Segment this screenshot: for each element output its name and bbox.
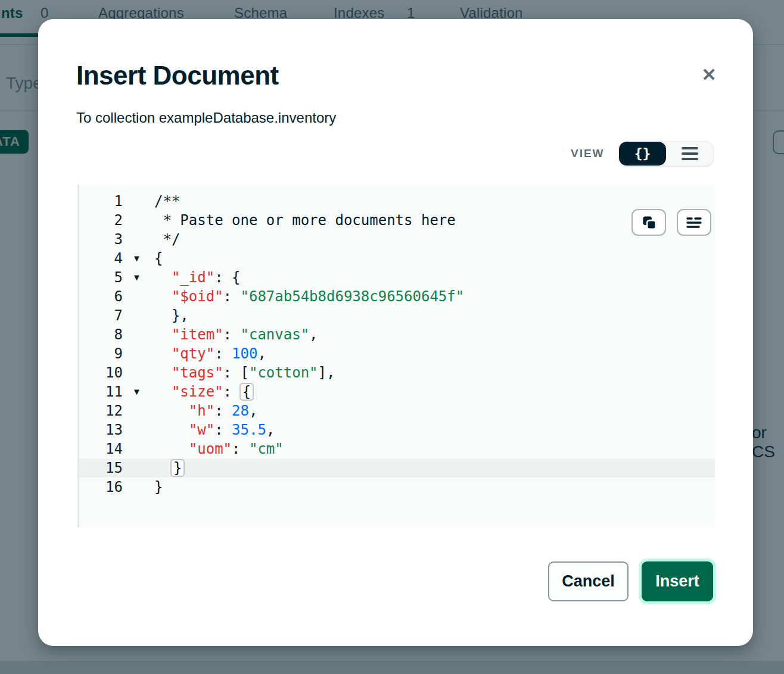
- fold-gutter: [123, 344, 154, 363]
- line-number: 3: [79, 230, 123, 249]
- view-label: VIEW: [571, 147, 605, 160]
- line-number: 8: [79, 325, 123, 344]
- screen: nts 0 Aggregations Schema Indexes 1 Vali…: [0, 0, 784, 674]
- cancel-button[interactable]: Cancel: [548, 561, 629, 601]
- line-number: 1: [79, 192, 123, 211]
- code-line[interactable]: 3 */: [79, 230, 715, 249]
- fold-gutter: [123, 211, 154, 230]
- fold-gutter: [123, 478, 154, 497]
- code-line[interactable]: 4▼{: [79, 249, 715, 268]
- close-icon[interactable]: ✕: [698, 64, 720, 86]
- fold-arrow-icon[interactable]: ▼: [123, 249, 154, 268]
- fold-gutter: [123, 306, 154, 325]
- list-view-icon: [682, 147, 698, 160]
- fold-arrow-icon[interactable]: ▼: [123, 268, 154, 287]
- format-code-icon: [686, 216, 702, 230]
- code-line[interactable]: 11▼ "size": {: [79, 382, 715, 401]
- fold-gutter: [123, 287, 154, 306]
- modal-subtitle: To collection exampleDatabase.inventory: [76, 110, 336, 126]
- code-line[interactable]: 15 }: [79, 458, 715, 478]
- format-button[interactable]: [677, 209, 711, 236]
- document-json-editor[interactable]: 1/**2 * Paste one or more documents here…: [77, 185, 715, 528]
- code-text: },: [154, 306, 189, 325]
- fold-gutter: [123, 401, 154, 420]
- code-line[interactable]: 9 "qty": 100,: [79, 344, 715, 363]
- line-number: 6: [79, 287, 123, 306]
- fold-gutter: [123, 458, 154, 478]
- json-view-button[interactable]: {}: [619, 142, 666, 166]
- line-number: 14: [79, 439, 123, 458]
- code-line[interactable]: 5▼ "_id": {: [79, 268, 715, 287]
- line-number: 5: [79, 268, 123, 287]
- fold-gutter: [123, 420, 154, 439]
- code-text: */: [154, 230, 180, 249]
- code-line[interactable]: 6 "$oid": "687ab54b8d6938c96560645f": [79, 287, 715, 306]
- code-text: {: [154, 249, 163, 268]
- line-number: 11: [79, 382, 123, 401]
- code-line[interactable]: 7 },: [79, 306, 715, 325]
- code-text: * Paste one or more documents here: [154, 211, 456, 230]
- code-text: /**: [154, 192, 180, 211]
- code-text: "qty": 100,: [154, 344, 266, 363]
- fold-gutter: [123, 363, 154, 382]
- line-number: 15: [79, 458, 123, 478]
- line-number: 4: [79, 249, 123, 268]
- code-line[interactable]: 10 "tags": ["cotton"],: [79, 363, 715, 382]
- code-line[interactable]: 13 "w": 35.5,: [79, 420, 715, 439]
- curly-braces-icon: {}: [634, 146, 651, 161]
- code-text: "$oid": "687ab54b8d6938c96560645f": [154, 287, 464, 306]
- code-text: "tags": ["cotton"],: [154, 363, 335, 382]
- view-toggle-row: VIEW {}: [38, 141, 753, 166]
- line-number: 9: [79, 344, 123, 363]
- fold-gutter: [123, 230, 154, 249]
- fold-gutter: [123, 192, 154, 211]
- code-text: "uom": "cm": [154, 439, 284, 458]
- code-text: }: [154, 478, 163, 497]
- copy-button[interactable]: [631, 209, 666, 236]
- view-segmented-control: {}: [618, 141, 714, 166]
- code-text: "_id": {: [154, 268, 241, 287]
- modal-title: Insert Document: [76, 61, 279, 91]
- line-number: 2: [79, 211, 123, 230]
- code-line[interactable]: 14 "uom": "cm": [79, 439, 715, 458]
- fold-arrow-icon[interactable]: ▼: [123, 382, 154, 401]
- insert-button[interactable]: Insert: [642, 561, 713, 601]
- code-line[interactable]: 1/**: [79, 192, 715, 211]
- code-text: "h": 28,: [154, 401, 257, 420]
- copy-icon: [641, 214, 657, 230]
- code-text: "w": 35.5,: [154, 420, 275, 439]
- list-view-button[interactable]: [666, 142, 713, 166]
- code-line[interactable]: 12 "h": 28,: [79, 401, 715, 420]
- line-number: 7: [79, 306, 123, 325]
- fold-gutter: [123, 325, 154, 344]
- code-line[interactable]: 8 "item": "canvas",: [79, 325, 715, 344]
- line-number: 16: [79, 478, 123, 497]
- insert-document-modal: ✕ Insert Document To collection exampleD…: [38, 19, 753, 646]
- code-editor-lines: 1/**2 * Paste one or more documents here…: [79, 192, 715, 497]
- fold-gutter: [123, 439, 154, 458]
- line-number: 13: [79, 420, 123, 439]
- code-line[interactable]: 2 * Paste one or more documents here: [79, 211, 715, 230]
- code-text: }: [154, 458, 183, 478]
- line-number: 10: [79, 363, 123, 382]
- line-number: 12: [79, 401, 123, 420]
- code-text: "size": {: [154, 382, 253, 401]
- code-text: "item": "canvas",: [154, 325, 318, 344]
- code-line[interactable]: 16}: [79, 478, 715, 497]
